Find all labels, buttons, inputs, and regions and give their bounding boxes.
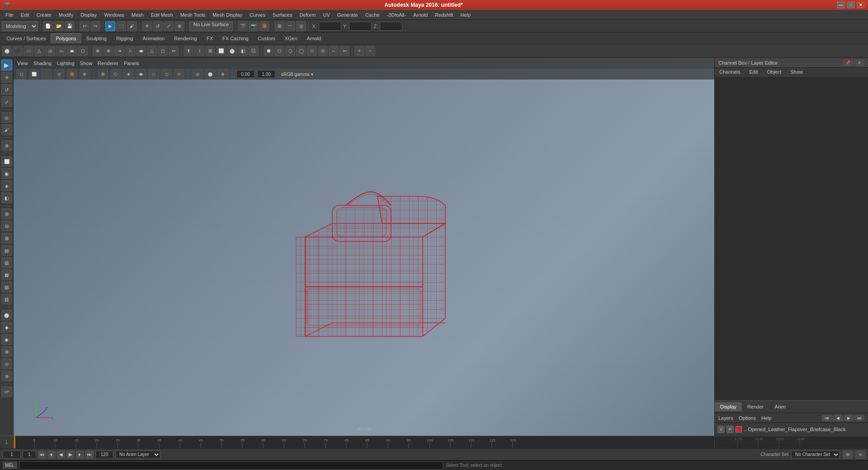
tool1-btn[interactable]: ⬜ [1,156,12,167]
menu-file[interactable]: File [2,11,17,19]
duplicate-btn[interactable]: ⿻ [249,46,259,56]
vp-btn3[interactable]: 🎥 [42,69,52,79]
go-end-btn[interactable]: ⏭ [85,451,94,459]
menu-create[interactable]: Create [33,11,55,19]
no-live-surface-button[interactable]: No Live Surface [189,21,233,31]
bevel-btn[interactable]: ⬟ [264,46,274,56]
grid7-btn[interactable]: ▧ [1,282,12,292]
menu-windows[interactable]: Windows [100,11,128,19]
z-field[interactable] [380,22,402,31]
collapse-btn[interactable]: ⬤ [227,46,237,56]
minimize-button[interactable]: — [837,2,844,8]
extrude-btn[interactable]: ⬆ [184,46,193,56]
anim-more-btn[interactable]: ≡ [855,451,865,459]
soft-select-btn[interactable]: ◎ [1,112,12,123]
anim-layer-dropdown[interactable]: No Anim Layer [115,451,160,459]
vp-btn6[interactable]: ⊕ [80,69,90,79]
menu-mesh-display[interactable]: Mesh Display [209,11,246,19]
sphere-btn[interactable]: ⬤ [2,46,12,56]
grid4-btn[interactable]: ▤ [1,245,12,256]
show-manip-btn[interactable]: ⊕ [1,140,12,151]
gamma-dropdown[interactable]: sRGB gamma ▾ [278,69,316,79]
menu-edit[interactable]: Edit [17,11,33,19]
viewport[interactable]: View Shading Lighting Show Renderer Pane… [14,58,714,436]
vp-btn5[interactable]: 🔆 [67,69,77,79]
menu-cache[interactable]: Cache [362,11,383,19]
layer-tab-help[interactable]: Help [761,415,772,421]
viewport-menu-renderer[interactable]: Renderer [98,61,118,66]
layer-visibility-btn[interactable]: V [717,426,725,433]
grid5-btn[interactable]: ▥ [1,257,12,268]
crease-minus-btn[interactable]: − [365,46,375,56]
timeline-ruler[interactable]: 5 10 15 20 25 30 35 40 45 50 5 [14,436,714,448]
wedge-btn[interactable]: ◧ [238,46,248,56]
move-tool[interactable]: ✛ [142,21,152,31]
close-button[interactable]: ✕ [857,2,864,8]
vp-btn13[interactable]: ⊙ [174,69,184,79]
maximize-button[interactable]: □ [847,2,854,8]
sculpt4-btn[interactable]: ⊛ [1,346,12,357]
vp-btn4[interactable]: ◎ [54,69,64,79]
ch-pin-btn[interactable]: 📌 [843,60,853,66]
open-button[interactable]: 📂 [54,21,64,31]
mel-label[interactable]: MEL [3,462,17,469]
viewport-menu-shading[interactable]: Shading [33,61,52,66]
ch-tab-show[interactable]: Show [786,68,807,77]
layer-ctrl-btn4[interactable]: ⏭ [854,415,864,421]
tab-xgen[interactable]: XGen [280,33,302,43]
tab-fx[interactable]: FX [202,33,217,43]
layer-color-swatch[interactable] [736,426,742,432]
ch-close-btn[interactable]: ✕ [854,60,864,66]
undo-button[interactable]: ↩ [80,21,90,31]
vp-btn12[interactable]: ◻ [161,69,171,79]
tab-curves-surfaces[interactable]: Curves / Surfaces [2,33,50,43]
save-button[interactable]: 💾 [65,21,75,31]
end-frame-input[interactable] [95,451,113,459]
layer-playback-btn[interactable]: P [726,426,734,433]
layer-tab-layers[interactable]: Layers [718,415,733,421]
grid-btn[interactable]: ⊞ [1,208,12,219]
vp-btn16[interactable]: ⊗ [218,69,228,79]
cone-btn[interactable]: △ [34,46,44,56]
append-btn[interactable]: ⊞ [205,46,215,56]
menu-modify[interactable]: Modify [55,11,77,19]
select-tool[interactable]: ▶ [105,21,115,31]
chamfer-btn[interactable]: ⬠ [274,46,284,56]
gamma-field1[interactable] [236,70,255,78]
vp-btn1[interactable]: ◻ [16,69,26,79]
tab-polygons[interactable]: Polygons [51,33,81,43]
bridge-btn[interactable]: ⌇ [194,46,204,56]
viewport-menu-show[interactable]: Show [80,61,93,66]
layer-ctrl-btn3[interactable]: ▶ [844,415,854,421]
scale-mode-btn[interactable]: ⤢ [1,96,12,107]
start-frame-input[interactable] [23,451,36,459]
menu-uv[interactable]: UV [319,11,333,19]
layer-ctrl-btn1[interactable]: ⏮ [822,415,832,421]
play-fwd-btn[interactable]: ▶ [66,451,75,459]
layer-tab-options[interactable]: Options [739,415,756,421]
offset-loop-btn[interactable]: ⊙ [318,46,328,56]
menu-mesh-tools[interactable]: Mesh Tools [177,11,209,19]
combine-btn[interactable]: ⊕ [93,46,103,56]
fill-btn[interactable]: ⬜ [216,46,226,56]
render-btn[interactable]: 🎬 [238,21,248,31]
menu-curves[interactable]: Curves [246,11,269,19]
move-mode-btn[interactable]: ✛ [1,72,12,83]
tab-animation[interactable]: Animation [138,33,169,43]
render2-btn[interactable]: 📷 [249,21,259,31]
new-button[interactable]: 📄 [43,21,53,31]
tab-fx-caching[interactable]: FX Caching [218,33,253,43]
paint-tool[interactable]: 🖌 [127,21,137,31]
x-field[interactable] [319,22,341,31]
viewport-menu-lighting[interactable]: Lighting [57,61,75,66]
crease-plus-btn[interactable]: + [354,46,364,56]
rotate-mode-btn[interactable]: ↺ [1,84,12,95]
misc-btn[interactable]: ⬡ [78,46,88,56]
disk-btn[interactable]: ⬬ [67,46,77,56]
layer-ctrl-btn2[interactable]: ◀ [833,415,843,421]
misc1-btn[interactable]: VP [1,386,12,397]
scale-tool[interactable]: ⤢ [164,21,174,31]
ch-tab-object[interactable]: Object [762,68,786,77]
char-set-dropdown[interactable]: No Character Set [791,451,840,459]
sculpt2-btn[interactable]: ◆ [1,322,12,333]
